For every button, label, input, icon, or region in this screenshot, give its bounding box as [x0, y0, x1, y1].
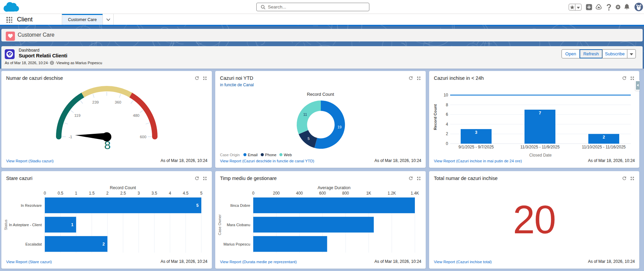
- svg-text:11: 11: [303, 112, 307, 116]
- svg-text:1.4K: 1.4K: [411, 191, 419, 196]
- svg-text:Ilinca Dobre: Ilinca Dobre: [230, 203, 250, 207]
- svg-text:Average Duration: Average Duration: [317, 185, 350, 190]
- svg-text:239: 239: [92, 100, 99, 104]
- svg-text:Escaladat: Escaladat: [25, 242, 42, 246]
- svg-text:Record Count: Record Count: [433, 104, 437, 130]
- svg-text:3.5: 3.5: [151, 191, 157, 196]
- svg-text:19: 19: [337, 125, 342, 129]
- svg-text:3: 3: [137, 191, 140, 196]
- svg-text:0: 0: [44, 191, 46, 196]
- svg-text:1.5: 1.5: [89, 191, 95, 196]
- svg-text:11/10/2025 - 11/16/2025: 11/10/2025 - 11/16/2025: [582, 145, 626, 149]
- svg-text:-1: -1: [69, 135, 72, 139]
- svg-text:Closed Date: Closed Date: [529, 153, 552, 158]
- svg-text:Mara Ciobanu: Mara Ciobanu: [227, 223, 250, 227]
- svg-text:480: 480: [133, 113, 140, 118]
- svg-text:800: 800: [342, 191, 349, 196]
- svg-text:4: 4: [446, 122, 448, 127]
- svg-text:0: 0: [446, 141, 448, 146]
- svg-text:4.5: 4.5: [183, 191, 189, 196]
- svg-text:2: 2: [446, 131, 448, 136]
- svg-text:10: 10: [444, 93, 448, 97]
- svg-text:1: 1: [75, 191, 77, 196]
- svg-text:Status: Status: [4, 219, 8, 230]
- svg-text:6: 6: [446, 112, 448, 117]
- svg-text:8: 8: [446, 103, 448, 107]
- svg-text:4: 4: [169, 191, 171, 196]
- svg-text:0.5: 0.5: [58, 191, 63, 196]
- svg-text:2.5: 2.5: [120, 191, 126, 196]
- svg-text:600: 600: [140, 135, 146, 139]
- svg-text:600: 600: [319, 191, 326, 196]
- svg-text:3: 3: [475, 130, 477, 135]
- svg-text:In Rezolvare: In Rezolvare: [21, 203, 42, 207]
- svg-text:360: 360: [115, 100, 121, 104]
- svg-text:2: 2: [103, 242, 105, 247]
- svg-text:200: 200: [273, 191, 280, 196]
- svg-text:0: 0: [252, 191, 255, 196]
- svg-text:9/1/2025 - 9/7/2025: 9/1/2025 - 9/7/2025: [458, 145, 494, 149]
- svg-text:2: 2: [603, 135, 605, 140]
- svg-text:1.2K: 1.2K: [388, 191, 396, 196]
- svg-text:Record Count: Record Count: [110, 185, 136, 190]
- svg-text:5: 5: [196, 203, 199, 208]
- svg-text:8: 8: [104, 139, 111, 151]
- svg-text:7: 7: [539, 111, 541, 115]
- svg-text:Marius Popescu: Marius Popescu: [223, 242, 250, 246]
- svg-text:5: 5: [308, 137, 310, 141]
- svg-text:119: 119: [74, 113, 80, 118]
- svg-text:1K: 1K: [366, 191, 371, 196]
- svg-text:In Asteptare - Client: In Asteptare - Client: [9, 223, 42, 227]
- svg-text:400: 400: [296, 191, 303, 196]
- svg-text:2: 2: [106, 191, 109, 196]
- svg-text:Case Owner: Case Owner: [218, 214, 222, 235]
- svg-text:5: 5: [200, 191, 203, 196]
- svg-text:11/3/2025 - 11/9/2025: 11/3/2025 - 11/9/2025: [520, 145, 560, 149]
- svg-text:1: 1: [71, 222, 74, 227]
